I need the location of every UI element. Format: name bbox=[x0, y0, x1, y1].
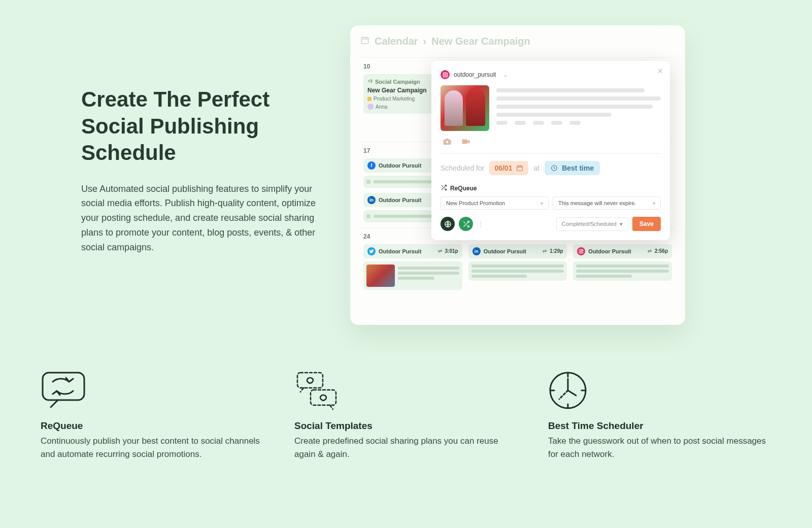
globe-icon[interactable] bbox=[441, 217, 455, 231]
product-mock: Calendar › New Gear Campaign 10 Social C… bbox=[350, 25, 685, 330]
account-name: Outdoor Pursuit bbox=[379, 248, 435, 254]
video-icon[interactable] bbox=[461, 137, 471, 148]
svg-rect-0 bbox=[361, 38, 368, 44]
post-preview[interactable] bbox=[363, 261, 462, 290]
at-label: at bbox=[533, 164, 539, 172]
svg-rect-12 bbox=[297, 373, 323, 388]
shuffle-icon: ⇄ bbox=[648, 248, 652, 254]
select-value: This message will never expire. bbox=[558, 200, 636, 206]
best-time-label: Best time bbox=[562, 164, 594, 172]
account-name: Outdoor Pursuit bbox=[588, 248, 645, 254]
chevron-down-icon: ▾ bbox=[540, 201, 543, 206]
feature-requeue: ReQueue Continuously publish your best c… bbox=[41, 371, 264, 460]
feature-body: Continuously publish your best content t… bbox=[41, 435, 264, 460]
facebook-icon: f bbox=[367, 161, 376, 170]
calendar-icon bbox=[360, 36, 369, 47]
post-card[interactable]: Outdoor Pursuit ⇄ 2:56p bbox=[573, 244, 672, 258]
shuffle-icon: ⇄ bbox=[543, 248, 547, 254]
megaphone-icon bbox=[367, 78, 373, 85]
feature-body: Create predefined social sharing plans y… bbox=[294, 435, 518, 460]
requeue-group-select[interactable]: New Product Promotion ▾ bbox=[441, 196, 549, 210]
feature-title: ReQueue bbox=[41, 420, 264, 432]
post-card[interactable]: Outdoor Pursuit ⇄ 3:01p bbox=[363, 244, 462, 258]
svg-rect-8 bbox=[517, 166, 523, 171]
avatar bbox=[367, 104, 374, 110]
account-handle[interactable]: outdoor_pursuit bbox=[454, 71, 496, 78]
save-button[interactable]: Save bbox=[632, 217, 661, 231]
requeue-label: ReQueue bbox=[450, 185, 477, 192]
svg-point-6 bbox=[446, 141, 449, 144]
chevron-down-icon[interactable]: ⌄ bbox=[503, 71, 508, 78]
feature-title: Social Templates bbox=[294, 420, 518, 432]
best-time-button[interactable]: Best time bbox=[545, 161, 600, 175]
select-value: Completed/Scheduled bbox=[562, 221, 617, 227]
scheduled-label: Scheduled for bbox=[441, 164, 484, 172]
account-name: Outdoor Pursuit bbox=[484, 248, 540, 254]
date-value: 06/01 bbox=[494, 164, 512, 172]
chevron-right-icon: › bbox=[423, 36, 427, 47]
feature-besttime: Best Time Scheduler Take the guesswork o… bbox=[548, 371, 771, 460]
select-value: New Product Promotion bbox=[446, 200, 505, 206]
clock-icon bbox=[548, 371, 771, 411]
campaign-owner: Anna bbox=[376, 104, 387, 110]
date-picker[interactable]: 06/01 bbox=[489, 161, 528, 175]
linkedin-icon: in bbox=[367, 196, 376, 204]
svg-rect-13 bbox=[311, 390, 336, 405]
twitter-icon bbox=[367, 247, 376, 255]
svg-rect-4 bbox=[443, 73, 447, 77]
instagram-icon bbox=[441, 70, 450, 79]
templates-icon bbox=[294, 371, 518, 411]
post-preview[interactable] bbox=[468, 261, 567, 281]
post-time: 3:01p bbox=[445, 248, 458, 254]
more-icon[interactable]: ⋮ bbox=[477, 220, 484, 228]
campaign-dept: Product Marketing bbox=[374, 96, 415, 102]
close-icon[interactable]: × bbox=[657, 66, 663, 77]
post-time: 2:56p bbox=[655, 248, 668, 254]
hero-title: Create The Perfect Social Publishing Sch… bbox=[81, 86, 320, 167]
breadcrumb[interactable]: Calendar › New Gear Campaign bbox=[360, 36, 675, 47]
thumbnail bbox=[366, 265, 395, 287]
requeue-icon bbox=[41, 371, 264, 411]
svg-rect-7 bbox=[462, 140, 468, 144]
linkedin-icon: in bbox=[472, 247, 481, 255]
feature-templates: Social Templates Create predefined socia… bbox=[294, 371, 518, 460]
media-thumbnail[interactable] bbox=[441, 85, 489, 131]
feature-body: Take the guesswork out of when to post s… bbox=[548, 435, 771, 460]
shuffle-icon bbox=[441, 184, 447, 192]
breadcrumb-leaf[interactable]: New Gear Campaign bbox=[431, 36, 530, 47]
svg-point-3 bbox=[582, 250, 583, 250]
shuffle-button[interactable] bbox=[459, 217, 473, 231]
camera-icon[interactable] bbox=[443, 137, 452, 148]
expire-select[interactable]: This message will never expire. ▾ bbox=[553, 196, 661, 210]
instagram-icon bbox=[577, 247, 585, 255]
caption-placeholder[interactable] bbox=[496, 85, 661, 131]
status-select[interactable]: Completed/Scheduled ▾ bbox=[556, 217, 628, 231]
post-time: 1:29p bbox=[550, 248, 563, 254]
hero-body: Use Automated social publishing features… bbox=[81, 182, 320, 255]
breadcrumb-root[interactable]: Calendar bbox=[375, 36, 418, 47]
composer-modal: × outdoor_pursuit ⌄ bbox=[431, 61, 670, 240]
feature-title: Best Time Scheduler bbox=[548, 420, 771, 432]
campaign-tag: Social Campaign bbox=[375, 79, 420, 85]
chevron-down-icon: ▾ bbox=[620, 221, 623, 227]
svg-rect-11 bbox=[43, 373, 84, 400]
svg-point-2 bbox=[581, 250, 582, 252]
post-preview[interactable] bbox=[573, 261, 672, 281]
chevron-down-icon: ▾ bbox=[653, 201, 655, 206]
post-card[interactable]: in Outdoor Pursuit ⇄ 1:29p bbox=[468, 244, 567, 258]
svg-point-5 bbox=[444, 74, 446, 76]
shuffle-icon: ⇄ bbox=[438, 248, 442, 254]
